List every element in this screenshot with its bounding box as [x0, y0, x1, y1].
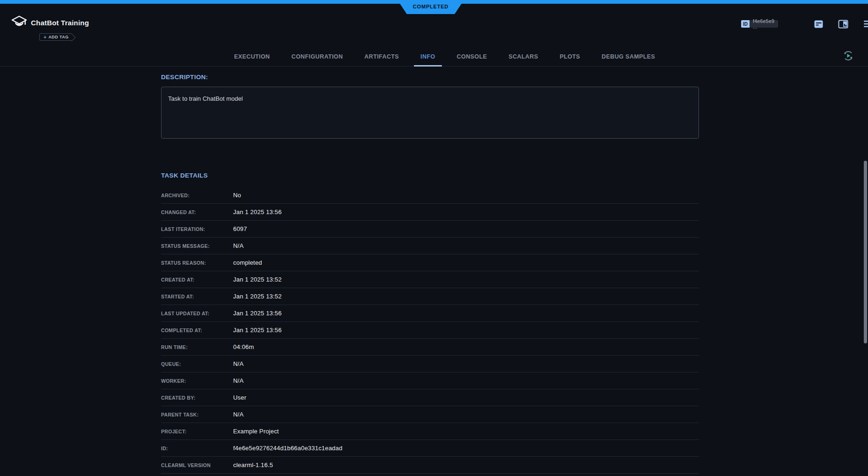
detail-row: LAST ITERATION: 6097 — [161, 221, 699, 238]
detail-row: CHANGED AT: Jan 1 2025 13:56 — [161, 204, 699, 221]
detail-label: RUN TIME: — [161, 344, 233, 350]
detail-value: completed — [233, 259, 262, 266]
detail-row: RUN TIME: 04:06m — [161, 339, 699, 356]
details-panel-button[interactable] — [838, 19, 848, 29]
detail-label: ARCHIVED: — [161, 193, 233, 198]
detail-row: ID: f4e6e5e9276244d1b66a0e331c1eadad — [161, 440, 699, 457]
hamburger-menu-icon — [863, 20, 868, 28]
detail-label: WORKER: — [161, 378, 233, 384]
task-details-list: ARCHIVED: No CHANGED AT: Jan 1 2025 13:5… — [161, 187, 699, 474]
detail-value: Jan 1 2025 13:52 — [233, 276, 282, 283]
detail-label: PROJECT: — [161, 429, 233, 434]
detail-value: Example Project — [233, 428, 279, 435]
tab-plots[interactable]: PLOTS — [553, 47, 587, 67]
detail-label: STATUS MESSAGE: — [161, 243, 233, 249]
task-id-chip[interactable]: f4e6e5e9 ... — [750, 20, 778, 28]
add-tag-button[interactable]: + ADD TAG — [39, 33, 72, 41]
detail-row: CREATED BY: User — [161, 389, 699, 406]
detail-label: LAST ITERATION: — [161, 226, 233, 232]
task-type-training-icon — [11, 15, 27, 29]
auto-refresh-icon — [843, 50, 854, 61]
detail-row: WORKER: N/A — [161, 372, 699, 389]
detail-row: ARCHIVED: No — [161, 187, 699, 204]
detail-row: CLEARML VERSION clearml-1.16.5 — [161, 457, 699, 474]
detail-row: PROJECT: Example Project — [161, 423, 699, 440]
detail-row: COMPLETED AT: Jan 1 2025 13:56 — [161, 322, 699, 339]
menu-button[interactable] — [863, 20, 868, 28]
add-tag-label: ADD TAG — [48, 35, 68, 39]
split-view-icon — [838, 19, 848, 29]
detail-label: CLEARML VERSION — [161, 462, 233, 468]
detail-label: QUEUE: — [161, 361, 233, 367]
detail-value: User — [233, 394, 246, 401]
tab-bar: EXECUTIONCONFIGURATIONARTIFACTSINFOCONSO… — [228, 47, 662, 67]
detail-row: STATUS MESSAGE: N/A — [161, 238, 699, 254]
detail-value: f4e6e5e9276244d1b66a0e331c1eadad — [233, 445, 342, 452]
detail-value: N/A — [233, 377, 243, 384]
detail-row: LAST UPDATED AT: Jan 1 2025 13:56 — [161, 305, 699, 322]
detail-label: CREATED BY: — [161, 395, 233, 401]
detail-value: Jan 1 2025 13:52 — [233, 293, 282, 300]
detail-label: COMPLETED AT: — [161, 327, 233, 333]
tab-console[interactable]: CONSOLE — [450, 47, 494, 67]
detail-row: CREATED AT: Jan 1 2025 13:52 — [161, 271, 699, 288]
detail-value: Jan 1 2025 13:56 — [233, 327, 282, 334]
auto-refresh-button[interactable] — [843, 50, 854, 61]
detail-label: LAST UPDATED AT: — [161, 311, 233, 316]
detail-value: N/A — [233, 411, 243, 418]
vertical-scrollbar-thumb[interactable] — [864, 161, 867, 343]
detail-value: 04:06m — [233, 343, 254, 350]
id-badge: ID — [741, 20, 750, 28]
notes-icon — [814, 19, 824, 29]
detail-label: STARTED AT: — [161, 294, 233, 299]
detail-value: No — [233, 192, 241, 199]
tab-artifacts[interactable]: ARTIFACTS — [358, 47, 405, 67]
detail-value: N/A — [233, 242, 243, 249]
detail-label: PARENT TASK: — [161, 412, 233, 417]
detail-label: CHANGED AT: — [161, 209, 233, 215]
description-heading: DESCRIPTION: — [161, 74, 208, 81]
detail-row: PARENT TASK: N/A — [161, 406, 699, 423]
detail-label: ID: — [161, 446, 233, 451]
detail-value: N/A — [233, 360, 243, 367]
task-details-heading: TASK DETAILS — [161, 172, 208, 179]
description-textarea[interactable]: Task to train ChatBot model — [161, 87, 699, 139]
detail-row: STARTED AT: Jan 1 2025 13:52 — [161, 288, 699, 305]
detail-label: STATUS REASON: — [161, 260, 233, 266]
comments-button[interactable] — [814, 19, 824, 29]
tab-configuration[interactable]: CONFIGURATION — [285, 47, 350, 67]
tab-debug-samples[interactable]: DEBUG SAMPLES — [595, 47, 662, 67]
detail-value: Jan 1 2025 13:56 — [233, 310, 282, 317]
detail-value: clearml-1.16.5 — [233, 461, 273, 469]
detail-value: 6097 — [233, 225, 247, 232]
detail-label: CREATED AT: — [161, 277, 233, 283]
plus-icon: + — [44, 35, 46, 40]
detail-value: Jan 1 2025 13:56 — [233, 208, 282, 216]
tab-info[interactable]: INFO — [414, 47, 441, 67]
tab-scalars[interactable]: SCALARS — [502, 47, 544, 67]
detail-row: QUEUE: N/A — [161, 356, 699, 372]
tab-execution[interactable]: EXECUTION — [228, 47, 277, 67]
task-title[interactable]: ChatBot Training — [31, 19, 89, 27]
status-badge: COMPLETED — [397, 0, 464, 14]
detail-row: STATUS REASON: completed — [161, 254, 699, 271]
